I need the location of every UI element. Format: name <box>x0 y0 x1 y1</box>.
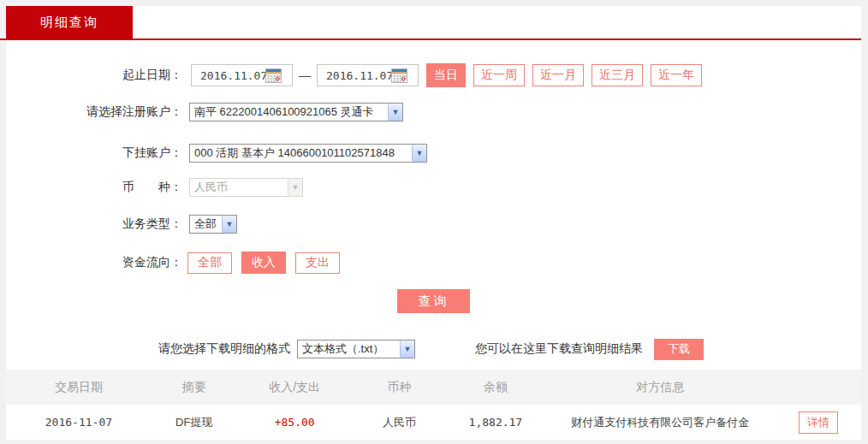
quick-range-week-button[interactable]: 近一周 <box>473 64 525 86</box>
fund-flow-income-button[interactable]: 收入 <box>241 252 286 274</box>
col-header-balance: 余额 <box>446 380 544 395</box>
download-format-value: 文本格式（.txt） <box>298 340 400 358</box>
sub-account-select[interactable]: 000 活期 基本户 1406600101102571848 ▼ <box>189 144 427 163</box>
fund-flow-expense-button[interactable]: 支出 <box>295 252 340 274</box>
download-button[interactable]: 下载 <box>654 339 704 360</box>
business-type-label: 业务类型： <box>6 216 182 232</box>
col-header-counterparty: 对方信息 <box>544 380 776 395</box>
tab-underline <box>0 38 861 40</box>
date-separator: — <box>299 68 311 82</box>
quick-range-year-button[interactable]: 近一年 <box>651 64 702 86</box>
chevron-down-icon: ▼ <box>288 179 302 196</box>
detail-query-page: 明细查询 起止日期： — <box>0 0 868 444</box>
cell-counterparty: 财付通支付科技有限公司客户备付金 <box>544 415 776 430</box>
download-row: 请您选择下载明细的格式 文本格式（.txt） ▼ 您可以在这里下载查询明细结果 … <box>6 338 704 360</box>
table-header: 交易日期 摘要 收入/支出 币种 余额 对方信息 <box>6 370 861 405</box>
sub-account-label: 下挂账户： <box>6 145 182 161</box>
col-header-currency: 币种 <box>353 380 447 395</box>
quick-range-today-button[interactable]: 当日 <box>426 63 466 87</box>
quick-range-3months-button[interactable]: 近三月 <box>592 64 643 86</box>
sub-account-value: 000 活期 基本户 1406600101102571848 <box>190 145 412 162</box>
download-format-label: 请您选择下载明细的格式 <box>158 341 290 357</box>
query-button[interactable]: 查询 <box>397 289 470 313</box>
register-account-label: 请选择注册账户： <box>6 104 182 120</box>
fund-flow-label: 资金流向： <box>6 255 182 270</box>
col-header-summary: 摘要 <box>152 380 237 395</box>
detail-button[interactable]: 详情 <box>799 411 838 434</box>
cell-summary: DF提现 <box>152 415 237 430</box>
fund-flow-row: 资金流向： 全部 收入 支出 <box>6 251 340 275</box>
cell-balance: 1,882.17 <box>446 416 544 429</box>
business-type-select[interactable]: 全部 ▼ <box>189 215 237 234</box>
date-range-label: 起止日期： <box>6 68 182 83</box>
quick-range-month-button[interactable]: 近一月 <box>532 64 584 86</box>
currency-select: 人民币 ▼ <box>189 178 303 197</box>
cell-currency: 人民币 <box>353 415 447 430</box>
currency-label: 币 种： <box>6 180 182 195</box>
download-format-select[interactable]: 文本格式（.txt） ▼ <box>297 340 415 358</box>
col-header-amount: 收入/支出 <box>237 380 353 395</box>
register-account-row: 请选择注册账户： 南平 6222001406100921065 灵通卡 ▼ <box>6 102 403 122</box>
chevron-down-icon[interactable]: ▼ <box>222 216 236 233</box>
end-date-field[interactable] <box>317 64 419 86</box>
currency-value: 人民币 <box>190 179 288 196</box>
chevron-down-icon[interactable]: ▼ <box>388 104 402 121</box>
chevron-down-icon[interactable]: ▼ <box>412 145 426 162</box>
tab-label: 明细查询 <box>40 15 98 31</box>
business-type-value: 全部 <box>190 216 222 233</box>
chevron-down-icon[interactable]: ▼ <box>400 340 414 358</box>
business-type-row: 业务类型： 全部 ▼ <box>6 214 237 234</box>
table-row: 2016-11-07 DF提现 +85.00 人民币 1,882.17 财付通支… <box>6 405 861 440</box>
register-account-select[interactable]: 南平 6222001406100921065 灵通卡 ▼ <box>189 103 403 121</box>
tab-detail-query[interactable]: 明细查询 <box>6 6 133 38</box>
calendar-icon[interactable] <box>391 68 407 83</box>
end-date-input[interactable] <box>318 66 391 85</box>
sub-account-row: 下挂账户： 000 活期 基本户 1406600101102571848 ▼ <box>6 143 427 163</box>
cell-date: 2016-11-07 <box>6 416 152 429</box>
col-header-date: 交易日期 <box>6 380 152 395</box>
cell-amount: +85.00 <box>237 416 353 429</box>
date-range-row: 起止日期： — <box>6 62 702 88</box>
currency-row: 币 种： 人民币 ▼ <box>6 177 303 198</box>
download-hint: 您可以在这里下载查询明细结果 <box>475 341 643 357</box>
start-date-input[interactable] <box>192 66 265 85</box>
fund-flow-all-button[interactable]: 全部 <box>187 252 232 274</box>
register-account-value: 南平 6222001406100921065 灵通卡 <box>190 104 388 121</box>
start-date-field[interactable] <box>191 64 293 86</box>
calendar-icon[interactable] <box>265 68 282 83</box>
query-panel: 起止日期： — <box>6 6 861 440</box>
